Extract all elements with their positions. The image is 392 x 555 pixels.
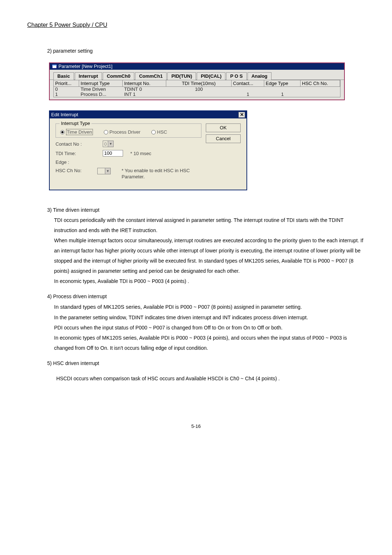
grid-header: Priorit... Interrupt Type Interrupt No. …: [53, 80, 340, 87]
cell: 1: [54, 92, 79, 97]
radio-label: Process Driver: [110, 129, 140, 135]
hsc-note: * You enable to edit HSC in HSC Paramete…: [122, 168, 201, 180]
tab-pidcal[interactable]: PID(CAL): [197, 72, 225, 80]
hsc-ch-no-label: HSC Ch No:: [56, 168, 95, 173]
tab-commch0[interactable]: CommCh0: [103, 72, 134, 80]
col-tdi-time[interactable]: TDI Time(10ms): [166, 80, 232, 86]
cancel-button[interactable]: Cancel: [206, 134, 241, 143]
parameter-window-title: Parameter [New Project1]: [58, 63, 113, 70]
tab-commch1[interactable]: CommCh1: [135, 72, 167, 80]
radio-label: HSC: [157, 129, 167, 135]
col-interrupt-no[interactable]: Interrupt No.: [123, 80, 166, 86]
group-legend: Interrupt Type: [60, 121, 91, 126]
paragraph: PDI occurs when the input status of P000…: [54, 323, 365, 333]
parameter-window: Parameter [New Project1] Basic Interrupt…: [49, 62, 345, 100]
paragraph: In standard types of MK120S series, Avai…: [54, 301, 365, 312]
cell: TDINT 0: [123, 87, 166, 92]
contact-no-select[interactable]: 0 ▼: [103, 141, 114, 147]
section-3-title: 3) Time driven interrupt: [47, 205, 365, 215]
cell: Process D...: [79, 92, 123, 97]
dialog-title: Edit Interrupt: [51, 111, 78, 118]
radio-icon: [151, 130, 156, 134]
col-priority[interactable]: Priorit...: [54, 80, 79, 86]
chapter-header: Chapter 5 Power Supply / CPU: [27, 22, 365, 28]
col-contact[interactable]: Contact...: [232, 80, 264, 86]
paragraph: TDI occurs periodically with the constan…: [54, 215, 365, 235]
col-hsc-ch-no[interactable]: HSC Ch No.: [301, 80, 340, 86]
parameter-window-titlebar: Parameter [New Project1]: [50, 63, 344, 70]
paragraph: In economic types of MK120S series, Avai…: [54, 333, 365, 353]
tab-interrupt[interactable]: Interrupt: [75, 72, 102, 80]
parameter-tabs: Basic Interrupt CommCh0 CommCh1 PID(TUN)…: [50, 70, 344, 80]
cell: [232, 87, 264, 92]
radio-time-driven[interactable]: Time Driven: [60, 129, 93, 135]
cell: 1: [264, 92, 301, 97]
lead: In standard types of MK120S series,: [54, 304, 143, 310]
cell: 0: [54, 87, 79, 92]
paragraph: In economic types, Available TDI is P000…: [54, 276, 365, 286]
window-icon: [52, 64, 57, 69]
tab-analog[interactable]: Analog: [248, 72, 271, 80]
tdi-time-label: TDI Time:: [56, 151, 101, 156]
close-button[interactable]: ✕: [238, 112, 245, 118]
select-value: 0: [103, 141, 107, 147]
paragraph: HSCDI occurs when comparison task of HSC…: [56, 373, 365, 384]
tab-pidtun[interactable]: PID(TUN): [167, 72, 196, 80]
cell: [264, 87, 301, 92]
svg-rect-1: [52, 65, 57, 66]
radio-label: Time Driven: [66, 129, 93, 135]
section-2-label: 2) parameter setting: [47, 48, 365, 54]
radio-hsc[interactable]: HSC: [151, 129, 167, 135]
chevron-down-icon: ▼: [105, 168, 110, 174]
col-interrupt-type[interactable]: Interrupt Type: [79, 80, 123, 86]
tdi-time-input[interactable]: 100: [103, 150, 123, 157]
section-5-title: 5) HSC driven interrupt: [47, 358, 365, 368]
table-row[interactable]: 0 Time Driven TDINT 0 100: [54, 87, 340, 92]
hsc-ch-no-select[interactable]: ▼: [97, 168, 111, 174]
paragraph: In the parameter setting window, TDINT i…: [54, 312, 365, 323]
cell: [166, 92, 232, 97]
tab-basic[interactable]: Basic: [53, 72, 74, 80]
cell: 1: [232, 92, 264, 97]
chevron-down-icon: ▼: [108, 141, 113, 147]
edit-interrupt-dialog: Edit Interrupt ✕ Interrupt Type Time Dri…: [49, 110, 247, 190]
radio-icon: [60, 130, 65, 134]
interrupt-type-group: Interrupt Type Time Driven Process Drive…: [56, 123, 201, 138]
radio-icon: [104, 130, 108, 134]
table-row[interactable]: 1 Process D... INT 1 1 1: [54, 92, 340, 97]
cell: 100: [166, 87, 232, 92]
ok-button[interactable]: OK: [206, 123, 241, 132]
tab-pos[interactable]: P O S: [226, 72, 246, 80]
section-4-title: 4) Process driven interrupt: [47, 291, 365, 301]
page-number: 5-16: [27, 424, 365, 429]
radio-process-driver[interactable]: Process Driver: [104, 129, 140, 135]
contact-no-label: Contact No :: [56, 141, 101, 147]
tdi-time-hint: * 10 msec: [130, 151, 151, 156]
parameter-grid: Priorit... Interrupt Type Interrupt No. …: [50, 80, 344, 100]
cell: [301, 87, 340, 92]
col-edge-type[interactable]: Edge Type: [264, 80, 301, 86]
cell: [301, 92, 340, 97]
edge-label: Edge :: [56, 159, 101, 165]
cell: INT 1: [123, 92, 166, 97]
paragraph: When multiple interrupt factors occur si…: [54, 235, 365, 276]
cell: Time Driven: [79, 87, 123, 92]
rest: Available PDI is P000 ~ P007 (8 points) …: [143, 304, 302, 310]
dialog-titlebar: Edit Interrupt ✕: [50, 111, 246, 118]
